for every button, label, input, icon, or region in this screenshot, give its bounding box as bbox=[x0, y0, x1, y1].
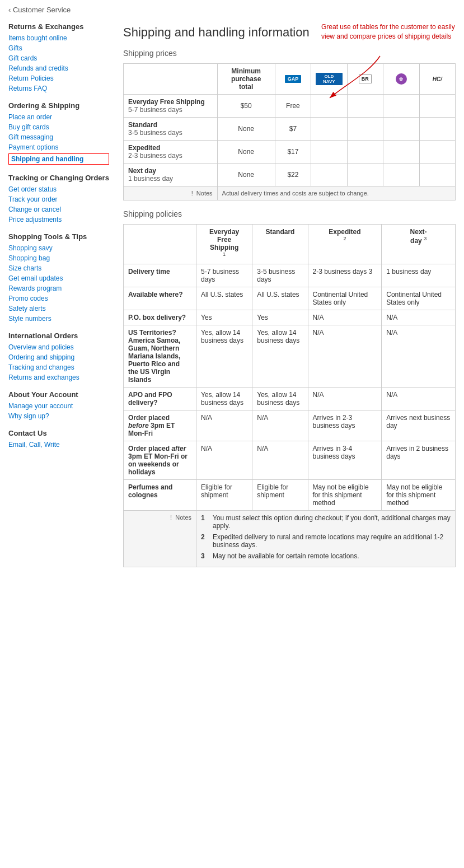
th-expedited: Expedited2 bbox=[308, 225, 382, 264]
policy-row-everyday: Eligible for shipment bbox=[196, 480, 252, 511]
sidebar-link-returns-faq[interactable]: Returns FAQ bbox=[8, 85, 109, 92]
sidebar-section-title: About Your Account bbox=[8, 390, 109, 399]
policy-row-everyday: 5-7 business days bbox=[196, 264, 252, 287]
sidebar-link-return-policies[interactable]: Return Policies bbox=[8, 74, 109, 82]
price-row-br bbox=[347, 141, 383, 164]
sidebar-section-title: Returns & Exchanges bbox=[8, 22, 109, 31]
th-standard: Standard bbox=[252, 225, 308, 264]
sidebar-link-ordering-shipping[interactable]: Ordering and shipping bbox=[8, 353, 109, 361]
policy-row-label: P.O. box delivery? bbox=[124, 310, 196, 325]
sidebar-link-refunds-credits[interactable]: Refunds and credits bbox=[8, 64, 109, 72]
policy-row-standard: Yes, allow 14 business days bbox=[252, 388, 308, 410]
policy-row-label: US Territories? America Samoa, Guam, Nor… bbox=[124, 325, 196, 388]
policy-row-expedited: N/A bbox=[308, 325, 382, 388]
policy-row-expedited: Continental United States only bbox=[308, 287, 382, 310]
policy-row-standard: N/A bbox=[252, 441, 308, 480]
sidebar-link-items-bought-online[interactable]: Items bought online bbox=[8, 34, 109, 42]
policy-row-nextday: N/A bbox=[382, 310, 456, 325]
policy-row-nextday: N/A bbox=[382, 388, 456, 410]
sidebar-link-returns-exchanges[interactable]: Returns and exchanges bbox=[8, 374, 109, 381]
th-empty bbox=[124, 64, 218, 95]
sidebar: Returns & ExchangesItems bought onlineGi… bbox=[8, 22, 118, 573]
sidebar-link-shopping-bag[interactable]: Shopping bag bbox=[8, 254, 109, 262]
sidebar-link-tracking-changes[interactable]: Tracking and changes bbox=[8, 363, 109, 371]
sidebar-link-style-numbers[interactable]: Style numbers bbox=[8, 315, 109, 323]
policy-row-standard: Eligible for shipment bbox=[252, 480, 308, 511]
policy-row-nextday: Arrives next business day bbox=[382, 410, 456, 441]
policy-row-expedited: May not be eligible for this shipment me… bbox=[308, 480, 382, 511]
policy-row-expedited: 2-3 business days 3 bbox=[308, 264, 382, 287]
sidebar-link-payment-options[interactable]: Payment options bbox=[8, 143, 109, 151]
policy-row-everyday: N/A bbox=[196, 410, 252, 441]
sidebar-link-price-adjustments[interactable]: Price adjustments bbox=[8, 216, 109, 223]
sidebar-link-safety-alerts[interactable]: Safety alerts bbox=[8, 305, 109, 312]
sidebar-link-gift-cards[interactable]: Gift cards bbox=[8, 54, 109, 62]
policy-row: Order placed before 3pm ET Mon-Fri N/A N… bbox=[124, 410, 456, 441]
policy-row-expedited: Arrives in 2-3 business days bbox=[308, 410, 382, 441]
shipping-prices-title: Shipping prices bbox=[123, 49, 456, 58]
sidebar-section-title: Shopping Tools & Tips bbox=[8, 232, 109, 241]
policy-row-nextday: Arrives in 2 business days bbox=[382, 441, 456, 480]
policies-footnotes-row: ! Notes 1 You must select this option du… bbox=[124, 511, 456, 567]
sidebar-link-email-updates[interactable]: Get email updates bbox=[8, 274, 109, 282]
sidebar-link-order-status[interactable]: Get order status bbox=[8, 185, 109, 193]
price-row-label: Standard3-5 business days bbox=[124, 118, 218, 141]
sidebar-link-shopping-savy[interactable]: Shopping savy bbox=[8, 244, 109, 252]
price-row-oldnavy bbox=[311, 164, 347, 186]
policy-row: Perfumes and colognes Eligible for shipm… bbox=[124, 480, 456, 511]
sidebar-section-title: Contact Us bbox=[8, 429, 109, 437]
th-gap: GAP bbox=[275, 64, 311, 95]
th-nextday: Next-day 3 bbox=[382, 225, 456, 264]
policy-row: US Territories? America Samoa, Guam, Nor… bbox=[124, 325, 456, 388]
sidebar-link-contact[interactable]: Email, Call, Write bbox=[8, 441, 109, 449]
footnote-text: You must select this option during check… bbox=[213, 514, 451, 530]
sidebar-link-track-order[interactable]: Track your order bbox=[8, 195, 109, 203]
sidebar-link-overview-policies[interactable]: Overview and policies bbox=[8, 343, 109, 351]
policy-row-label: Order placed after 3pm ET Mon-Fri or on … bbox=[124, 441, 196, 480]
price-row-min: $50 bbox=[217, 95, 275, 118]
sidebar-link-change-cancel[interactable]: Change or cancel bbox=[8, 206, 109, 213]
policy-row-standard: 3-5 business days bbox=[252, 264, 308, 287]
sidebar-link-gift-messaging[interactable]: Gift messaging bbox=[8, 133, 109, 141]
policy-row-everyday: Yes, allow 14 business days bbox=[196, 388, 252, 410]
footnote-num: 3 bbox=[201, 552, 209, 560]
sidebar-link-shipping-handling[interactable]: Shipping and handling bbox=[8, 153, 109, 165]
sidebar-link-size-charts[interactable]: Size charts bbox=[8, 264, 109, 272]
price-row-circle bbox=[383, 164, 419, 186]
policy-row-label: Available where? bbox=[124, 287, 196, 310]
price-row-oldnavy bbox=[311, 141, 347, 164]
policy-row-expedited: N/A bbox=[308, 310, 382, 325]
sidebar-section-title: Ordering & Shipping bbox=[8, 101, 109, 110]
sidebar-link-buy-gift-cards[interactable]: Buy gift cards bbox=[8, 123, 109, 131]
annotation-text: Great use of tables for the customer to … bbox=[321, 22, 456, 41]
policy-row-label: Order placed before 3pm ET Mon-Fri bbox=[124, 410, 196, 441]
policy-row-label: Perfumes and colognes bbox=[124, 480, 196, 511]
price-row-label: Expedited2-3 business days bbox=[124, 141, 218, 164]
breadcrumb-link[interactable]: ‹ Customer Service bbox=[8, 6, 71, 14]
policy-row-everyday: Yes bbox=[196, 310, 252, 325]
sidebar-link-manage-account[interactable]: Manage your account bbox=[8, 402, 109, 410]
footnote-item: 1 You must select this option during che… bbox=[201, 514, 451, 530]
price-row-br bbox=[347, 118, 383, 141]
policy-row-nextday: Continental United States only bbox=[382, 287, 456, 310]
sidebar-link-place-order[interactable]: Place an order bbox=[8, 113, 109, 121]
shipping-policies-table: EverydayFreeShipping1 Standard Expedited… bbox=[123, 224, 456, 567]
price-row-min: None bbox=[217, 118, 275, 141]
footnote-item: 2 Expedited delivery to rural and remote… bbox=[201, 533, 451, 549]
sidebar-link-gifts[interactable]: Gifts bbox=[8, 44, 109, 52]
price-row-hc bbox=[419, 118, 455, 141]
th-hc: HC/ bbox=[419, 64, 455, 95]
sidebar-link-rewards-program[interactable]: Rewards program bbox=[8, 284, 109, 292]
policies-notes-content: 1 You must select this option during che… bbox=[196, 511, 456, 567]
price-row-gap: $17 bbox=[275, 141, 311, 164]
price-row-label: Everyday Free Shipping5-7 business days bbox=[124, 95, 218, 118]
sidebar-link-why-signup[interactable]: Why sign up? bbox=[8, 412, 109, 420]
sidebar-section-title: International Orders bbox=[8, 332, 109, 340]
price-row-gap: Free bbox=[275, 95, 311, 118]
shipping-price-row: Standard3-5 business days None $7 bbox=[124, 118, 456, 141]
shipping-policies-title: Shipping policies bbox=[123, 209, 456, 218]
policy-row: Available where? All U.S. states All U.S… bbox=[124, 287, 456, 310]
sidebar-link-promo-codes[interactable]: Promo codes bbox=[8, 295, 109, 302]
policy-row-nextday: N/A bbox=[382, 325, 456, 388]
breadcrumb[interactable]: ‹ Customer Service bbox=[8, 6, 456, 14]
